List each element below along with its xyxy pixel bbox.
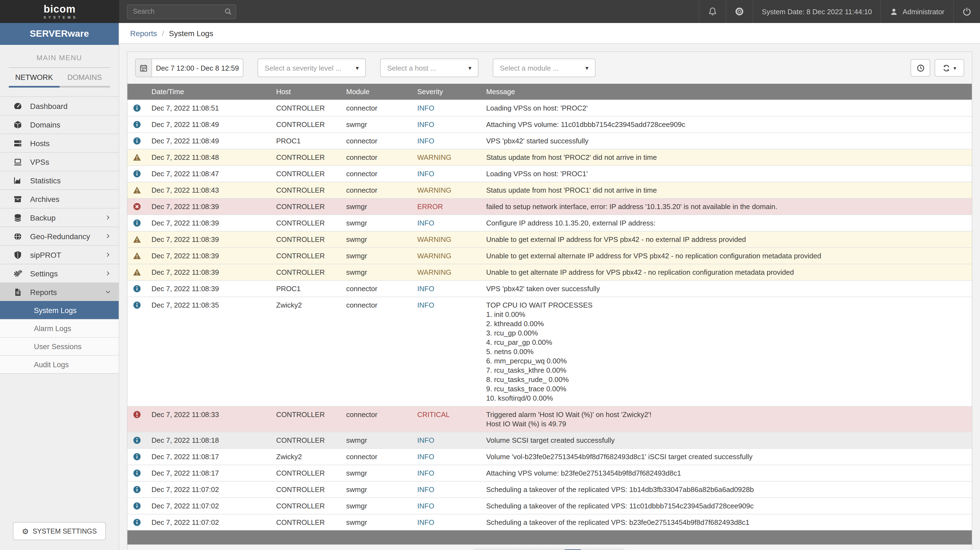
- system-settings-button[interactable]: ⚙ SYSTEM SETTINGS: [13, 522, 106, 540]
- table-row: Dec 7, 2022 11:08:18CONTROLLERswmgrINFOV…: [127, 432, 972, 448]
- cell-message: TOP CPU IO WAIT PROCESSES1. init 0.00%2.…: [482, 297, 972, 407]
- sidebar-item-backup[interactable]: Backup: [0, 208, 119, 226]
- cell-message: Volume SCSI target created successfully: [482, 432, 972, 448]
- cell-severity-icon: [127, 297, 147, 407]
- table-row: Dec 7, 2022 11:08:33CONTROLLERconnectorC…: [127, 407, 972, 432]
- chart-icon: [13, 176, 22, 185]
- sidebar-item-sipprot[interactable]: sipPROT: [0, 245, 119, 264]
- cell-datetime: Dec 7, 2022 11:08:47: [147, 166, 272, 182]
- user-menu[interactable]: Administrator: [881, 0, 953, 23]
- sidebar-item-audit-logs[interactable]: Audit Logs: [0, 355, 119, 373]
- logout-button[interactable]: [953, 0, 980, 23]
- database-icon: [13, 213, 22, 222]
- caret-down-icon: ▾: [578, 64, 589, 72]
- message-line: Triggered alarm 'Host IO Wait (%)' on ho…: [486, 410, 967, 419]
- info-icon: [133, 104, 141, 112]
- cell-module: connector: [342, 297, 413, 407]
- cell-message: Configure IP address 10.1.35.20, externa…: [482, 215, 972, 231]
- host-placeholder: Select a host ...: [387, 64, 436, 72]
- severity-label: INFO: [417, 104, 434, 112]
- tab-domains[interactable]: DOMAINS: [59, 68, 110, 86]
- sidebar-item-statistics[interactable]: Statistics: [0, 171, 119, 189]
- sidebar-item-label: VPSs: [30, 157, 49, 166]
- severity-label: INFO: [417, 137, 434, 145]
- cell-datetime: Dec 7, 2022 11:08:43: [147, 182, 272, 198]
- sidebar-item-domains[interactable]: Domains: [0, 115, 119, 134]
- host-select[interactable]: Select a host ... ▾: [380, 59, 479, 77]
- sidebar: SERVERware MAIN MENU NETWORK DOMAINS Das…: [0, 23, 119, 550]
- severity-label: WARNING: [417, 235, 452, 244]
- severity-label: INFO: [417, 301, 434, 309]
- server-icon: [13, 139, 22, 147]
- cell-module: swmgr: [342, 198, 413, 215]
- table-row: Dec 7, 2022 11:07:02CONTROLLERswmgrINFOS…: [127, 514, 972, 530]
- sidebar-item-archives[interactable]: Archives: [0, 189, 119, 208]
- table-row: Dec 7, 2022 11:08:43CONTROLLERconnectorW…: [127, 182, 972, 198]
- cell-module: swmgr: [342, 264, 413, 281]
- sidebar-item-reports[interactable]: Reports: [0, 282, 119, 301]
- cell-severity: INFO: [413, 281, 482, 297]
- support-button[interactable]: [726, 0, 752, 23]
- cell-datetime: Dec 7, 2022 11:08:39: [147, 198, 272, 215]
- chevron-right-icon: [105, 233, 111, 239]
- message-line: VPS 'pbx42' taken over successfully: [486, 284, 967, 293]
- table-row: Dec 7, 2022 11:08:39CONTROLLERswmgrWARNI…: [127, 231, 972, 248]
- cell-severity-icon: [127, 281, 147, 297]
- table-row: Dec 7, 2022 11:08:39CONTROLLERswmgrERROR…: [127, 198, 972, 215]
- cell-datetime: Dec 7, 2022 11:08:39: [147, 231, 272, 248]
- cell-severity: WARNING: [413, 149, 482, 166]
- message-line: Status update from host 'PROC1' did not …: [486, 185, 967, 195]
- info-icon: [133, 469, 141, 477]
- sidebar-item-settings[interactable]: Settings: [0, 264, 119, 282]
- cell-message: Status update from host 'PROC1' did not …: [482, 182, 972, 198]
- sidebar-item-hosts[interactable]: Hosts: [0, 134, 119, 152]
- cell-module: connector: [342, 182, 413, 198]
- archive-icon: [13, 194, 22, 203]
- date-range-picker[interactable]: Dec 7 12:00 - Dec 8 12:59: [135, 59, 243, 77]
- system-date-text: System Date: 8 Dec 2022 11:44:10: [762, 7, 872, 16]
- sidebar-item-geo-redundancy[interactable]: Geo-Redundancy: [0, 226, 119, 245]
- cell-message: Attaching VPS volume: b23fe0e27513454b9f…: [482, 465, 972, 481]
- info-icon: [133, 120, 141, 129]
- sidebar-item-label: Geo-Redundancy: [30, 232, 90, 241]
- breadcrumb-parent-link[interactable]: Reports: [130, 29, 157, 37]
- severity-label: INFO: [417, 453, 434, 461]
- column-header-severity: Severity: [413, 84, 482, 100]
- refresh-button[interactable]: ▾: [935, 59, 964, 77]
- cell-severity-icon: [127, 149, 147, 166]
- shield-icon: [13, 250, 22, 259]
- cell-host: CONTROLLER: [272, 231, 342, 248]
- auto-refresh-button[interactable]: [910, 59, 930, 77]
- cell-datetime: Dec 7, 2022 11:08:33: [147, 407, 272, 432]
- cell-message: Scheduling a takeover of the replicated …: [482, 481, 972, 498]
- logo-secondary-text: SYSTEMS: [43, 16, 78, 19]
- sidebar-tabs: NETWORK DOMAINS: [9, 68, 110, 86]
- cell-module: swmgr: [342, 465, 413, 481]
- notifications-button[interactable]: [699, 0, 726, 23]
- sidebar-item-system-logs[interactable]: System Logs: [0, 301, 119, 319]
- module-select[interactable]: Select a module ... ▾: [493, 59, 595, 77]
- message-line: Volume 'vol-b23fe0e27513454b9f8d7f682493…: [486, 452, 967, 461]
- cell-host: Zwicky2: [272, 297, 342, 407]
- pagination: Previous12345Next: [474, 548, 625, 550]
- sidebar-item-dashboard[interactable]: Dashboard: [0, 96, 119, 115]
- severity-label: INFO: [417, 170, 434, 178]
- cell-severity: INFO: [413, 215, 482, 231]
- cell-message: VPS 'pbx42' taken over successfully: [482, 281, 972, 297]
- dashboard-icon: [13, 102, 22, 110]
- sidebar-item-user-sessions[interactable]: User Sessions: [0, 337, 119, 355]
- search-input[interactable]: [127, 4, 236, 19]
- sidebar-item-alarm-logs[interactable]: Alarm Logs: [0, 319, 119, 337]
- severity-label: ERROR: [417, 202, 443, 211]
- cell-message: Volume 'vol-b23fe0e27513454b9f8d7f682493…: [482, 448, 972, 465]
- tab-network[interactable]: NETWORK: [9, 68, 59, 86]
- cell-datetime: Dec 7, 2022 11:08:17: [147, 465, 272, 481]
- chevron-down-icon: [105, 289, 111, 295]
- cell-message: Unable to get external alternate IP addr…: [482, 248, 972, 264]
- cell-message: Attaching VPS volume: 11c01dbbb7154c2394…: [482, 116, 972, 133]
- filter-bar: Dec 7 12:00 - Dec 8 12:59 Select a sever…: [127, 52, 972, 84]
- severity-select[interactable]: Select a severity level ... ▾: [258, 59, 366, 77]
- cell-message: Unable to get external IP address for VP…: [482, 231, 972, 248]
- sidebar-item-vpss[interactable]: VPSs: [0, 152, 119, 171]
- cell-host: CONTROLLER: [272, 248, 342, 264]
